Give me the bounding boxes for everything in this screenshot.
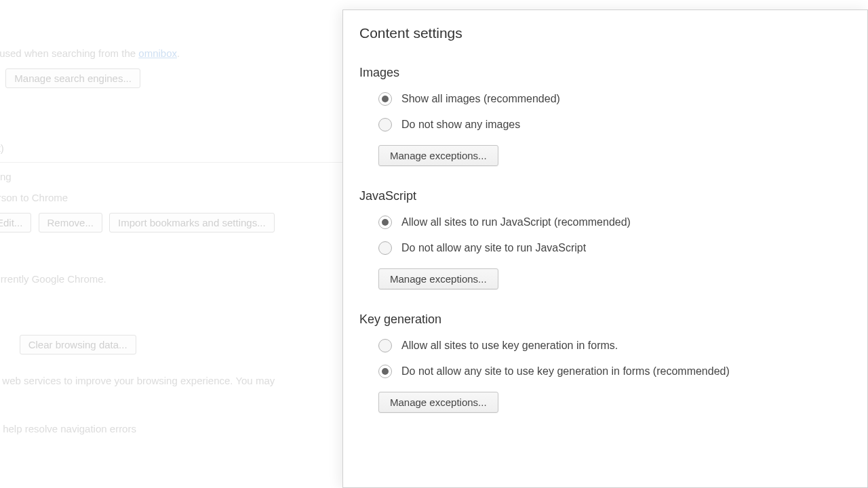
omnibox-link: omnibox xyxy=(138,47,177,59)
radio-label: Allow all sites to use key generation in… xyxy=(401,340,618,352)
radio-label: Do not allow any site to run JavaScript xyxy=(401,242,586,254)
images-section-title: Images xyxy=(359,66,850,80)
javascript-section: JavaScript Allow all sites to run JavaSc… xyxy=(359,189,850,289)
javascript-radio-allow-all[interactable]: Allow all sites to run JavaScript (recom… xyxy=(378,216,850,229)
radio-icon xyxy=(378,216,392,229)
manage-search-engines-button: Manage search engines... xyxy=(5,68,140,88)
radio-label: Do not allow any site to use key generat… xyxy=(401,365,730,378)
javascript-radio-do-not-allow[interactable]: Do not allow any site to run JavaScript xyxy=(378,241,850,255)
keygen-section: Key generation Allow all sites to use ke… xyxy=(359,312,850,413)
keygen-manage-exceptions-button[interactable]: Manage exceptions... xyxy=(378,392,498,413)
radio-icon xyxy=(378,339,392,352)
keygen-radio-allow-all[interactable]: Allow all sites to use key generation in… xyxy=(378,339,850,352)
radio-icon xyxy=(378,118,392,131)
edit-button: Edit... xyxy=(0,213,31,232)
javascript-manage-exceptions-button[interactable]: Manage exceptions... xyxy=(378,268,498,289)
content-settings-modal: Content settings Images Show all images … xyxy=(342,9,868,488)
images-radio-do-not-show[interactable]: Do not show any images xyxy=(378,118,850,131)
images-section: Images Show all images (recommended) Do … xyxy=(359,66,850,166)
clear-browsing-data-button: Clear browsing data... xyxy=(20,335,136,354)
radio-icon xyxy=(378,365,392,378)
omnibox-sentence: ine is used when searching from the xyxy=(0,47,138,59)
radio-label: Do not show any images xyxy=(401,119,520,131)
javascript-section-title: JavaScript xyxy=(359,189,850,203)
keygen-section-title: Key generation xyxy=(359,312,850,327)
modal-title: Content settings xyxy=(359,25,850,41)
images-radio-show-all[interactable]: Show all images (recommended) xyxy=(378,92,850,106)
radio-label: Allow all sites to run JavaScript (recom… xyxy=(401,216,631,228)
radio-label: Show all images (recommended) xyxy=(401,93,560,105)
images-manage-exceptions-button[interactable]: Manage exceptions... xyxy=(378,145,498,166)
radio-icon xyxy=(378,92,392,106)
keygen-radio-do-not-allow[interactable]: Do not allow any site to use key generat… xyxy=(378,365,850,378)
remove-button: Remove... xyxy=(39,213,102,232)
import-bookmarks-button: Import bookmarks and settings... xyxy=(109,213,275,232)
radio-icon xyxy=(378,241,392,255)
